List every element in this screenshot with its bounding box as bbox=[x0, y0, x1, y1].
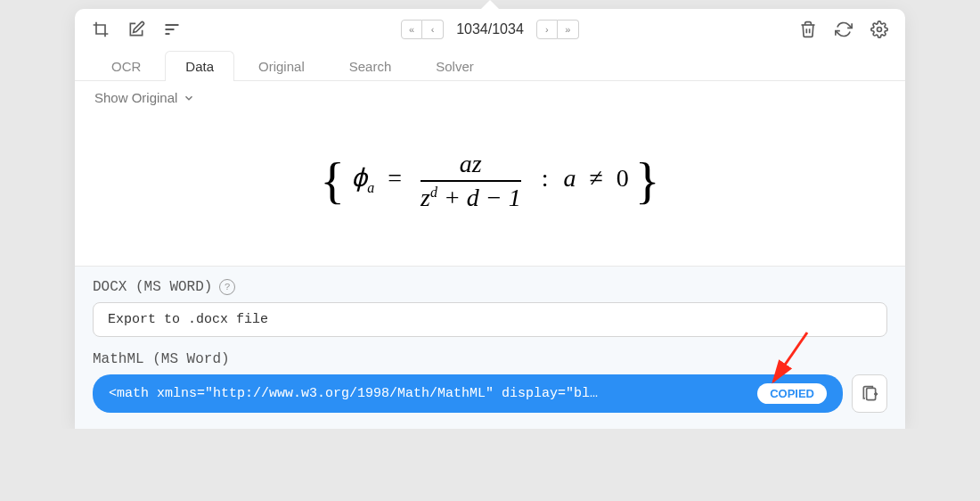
nav-next-button[interactable]: › bbox=[536, 20, 558, 39]
mathml-content: <math xmlns="http://www.w3.org/1998/Math… bbox=[109, 386, 748, 401]
gear-icon[interactable] bbox=[870, 20, 889, 39]
popover-notch bbox=[479, 0, 501, 11]
crop-icon[interactable] bbox=[91, 20, 110, 39]
tab-solver[interactable]: Solver bbox=[415, 51, 494, 81]
tab-search[interactable]: Search bbox=[329, 51, 412, 81]
formula-display: { ϕa = az zd + d − 1 : a ≠ 0 } bbox=[75, 114, 905, 266]
tab-original[interactable]: Original bbox=[238, 51, 325, 81]
clipboard-icon[interactable] bbox=[852, 374, 887, 413]
refresh-icon[interactable] bbox=[834, 20, 853, 39]
help-icon[interactable]: ? bbox=[219, 279, 235, 295]
nav-last-button[interactable]: » bbox=[558, 20, 579, 39]
copied-badge: COPIED bbox=[757, 383, 827, 404]
nav-prev-button[interactable]: ‹ bbox=[422, 20, 444, 39]
tab-data[interactable]: Data bbox=[165, 51, 234, 81]
mathml-copy-box[interactable]: <math xmlns="http://www.w3.org/1998/Math… bbox=[93, 374, 843, 413]
edit-icon[interactable] bbox=[127, 20, 146, 39]
tab-bar: OCR Data Original Search Solver bbox=[75, 50, 905, 81]
sort-icon[interactable] bbox=[162, 20, 182, 39]
export-docx-button[interactable]: Export to .docx file bbox=[93, 302, 887, 337]
trash-icon[interactable] bbox=[798, 20, 818, 39]
svg-point-3 bbox=[878, 28, 882, 32]
show-original-label: Show Original bbox=[94, 90, 177, 105]
tab-ocr[interactable]: OCR bbox=[91, 51, 161, 81]
chevron-down-icon bbox=[183, 92, 195, 104]
mathml-section-label: MathML (MS Word) bbox=[93, 351, 887, 367]
show-original-toggle[interactable]: Show Original bbox=[75, 81, 905, 114]
docx-section-label: DOCX (MS WORD) ? bbox=[93, 279, 887, 295]
nav-first-button[interactable]: « bbox=[401, 20, 422, 39]
page-counter: 1034/1034 bbox=[453, 21, 527, 37]
